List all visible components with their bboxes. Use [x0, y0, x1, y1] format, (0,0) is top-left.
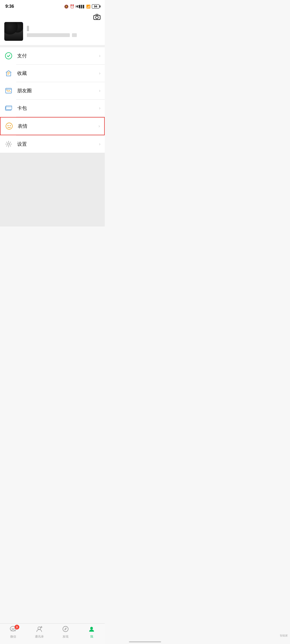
settings-arrow: › [99, 142, 100, 147]
section-divider-top [0, 45, 105, 47]
stickers-label: 表情 [18, 123, 99, 129]
menu-item-favorites[interactable]: 收藏 › [0, 65, 105, 82]
menu-item-settings[interactable]: 设置 › [0, 136, 105, 153]
battery-indicator: 94 [92, 4, 99, 9]
svg-point-5 [7, 90, 8, 91]
svg-point-3 [5, 53, 12, 59]
profile-info [27, 26, 100, 37]
svg-point-11 [8, 143, 10, 145]
payment-label: 支付 [17, 53, 99, 59]
bottom-gray-area [0, 153, 105, 226]
favorites-icon [4, 69, 13, 78]
favorites-arrow: › [99, 71, 100, 76]
status-time: 9:36 [5, 4, 14, 9]
profile-section[interactable] [4, 22, 100, 41]
favorites-label: 收藏 [17, 70, 99, 76]
status-icons: 🔕 ⏰ HD▌▌▌ 📶 94 [64, 4, 99, 9]
camera-icon[interactable] [93, 14, 100, 21]
menu-item-payment[interactable]: 支付 › [0, 47, 105, 64]
profile-qr [72, 33, 77, 37]
svg-rect-2 [96, 14, 98, 15]
svg-point-10 [10, 125, 11, 126]
cards-label: 卡包 [17, 105, 99, 111]
menu-item-cards[interactable]: 卡包 › [0, 100, 105, 117]
stickers-arrow: › [99, 124, 100, 129]
signal-icon: HD▌▌▌ [76, 5, 85, 8]
menu-item-stickers[interactable]: 表情 › [0, 117, 105, 135]
settings-label: 设置 [17, 141, 99, 147]
moments-label: 朋友圈 [17, 87, 99, 94]
cards-arrow: › [99, 106, 100, 111]
cards-icon [4, 104, 13, 112]
moments-arrow: › [99, 88, 100, 93]
stickers-icon [5, 122, 13, 130]
profile-id [27, 33, 70, 37]
profile-name [27, 26, 29, 31]
payment-icon [4, 52, 13, 60]
profile-header [0, 12, 105, 45]
svg-rect-7 [6, 106, 12, 109]
payment-arrow: › [99, 53, 100, 58]
moments-icon [4, 86, 13, 95]
avatar [4, 22, 23, 41]
svg-point-8 [6, 123, 12, 129]
svg-point-9 [8, 125, 9, 126]
svg-point-1 [96, 16, 98, 19]
settings-icon [4, 140, 13, 148]
wifi-icon: 📶 [86, 5, 90, 9]
mute-icon: 🔕 [64, 5, 68, 9]
menu-section: 支付 › 收藏 › [0, 47, 105, 153]
menu-item-moments[interactable]: 朋友圈 › [0, 82, 105, 99]
status-bar: 9:36 🔕 ⏰ HD▌▌▌ 📶 94 [0, 0, 105, 12]
alarm-icon: ⏰ [70, 4, 74, 9]
